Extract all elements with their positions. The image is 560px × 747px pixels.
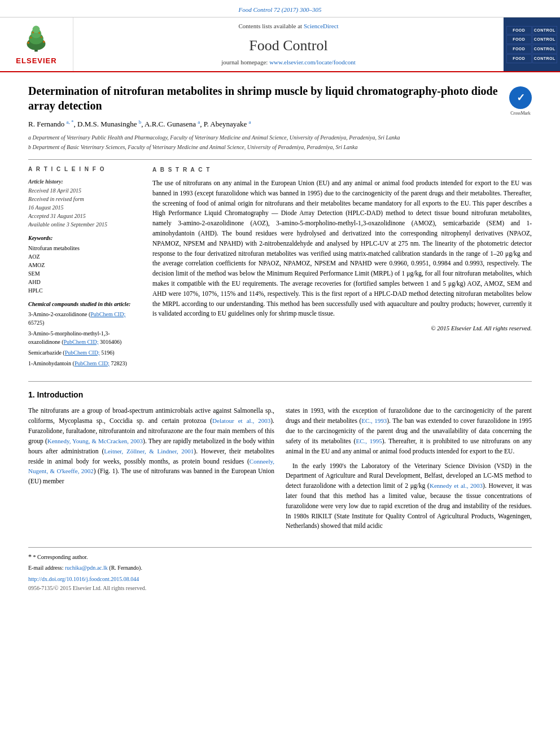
journal-title: Food Control — [249, 36, 327, 56]
pubchem-link-2[interactable]: PubChem CID; — [63, 339, 98, 345]
paper-title: Determination of nitrofuran metabolites … — [28, 84, 532, 113]
corresponding-author-note: * * Corresponding author. — [28, 552, 532, 562]
control-badge-area: FOOD CONTROL FOOD CONTROL FOOD CONTROL F… — [504, 18, 560, 71]
intro-col-1: The nitrofurans are a group of broad-spe… — [28, 406, 274, 536]
svg-point-9 — [33, 32, 34, 33]
svg-point-10 — [39, 32, 41, 34]
received-revised-date: 16 August 2015 — [28, 204, 141, 212]
keywords-title: Keywords: — [28, 234, 141, 242]
control-cell-4: CONTROL — [532, 35, 558, 44]
received-date: Received 18 April 2015 — [28, 187, 141, 195]
article-info-label: A R T I C L E I N F O — [28, 165, 141, 173]
homepage-line: journal homepage: www.elsevier.com/locat… — [221, 58, 356, 67]
doi-line: http://dx.doi.org/10.1016/j.foodcont.201… — [28, 575, 532, 583]
abstract-text: The use of nitrofurans on any animal in … — [152, 178, 532, 319]
crossmark-icon: ✓ — [509, 86, 532, 109]
keyword-4: SEM — [28, 269, 141, 278]
intro-body: The nitrofurans are a group of broad-spe… — [28, 406, 532, 536]
ref-kennedy2003[interactable]: Kennedy et al., 2003 — [430, 482, 483, 489]
section-number: 1. — [28, 390, 35, 399]
journal-title-area: Contents lists available at ScienceDirec… — [73, 18, 504, 71]
journal-ref-link[interactable]: Food Control 72 (2017) 300–305 — [239, 6, 322, 13]
article-history: Article history: Received 18 April 2015 … — [28, 178, 141, 229]
ref-ec1995[interactable]: EC., 1995 — [356, 438, 382, 444]
control-cell-8: CONTROL — [532, 54, 558, 63]
main-content: ✓ CrossMark Determination of nitrofuran … — [0, 72, 560, 604]
ref-leitner[interactable]: Leitner, Zöllner, & Lindner, 2001 — [104, 448, 194, 455]
keyword-2: AOZ — [28, 252, 141, 261]
chemical-1: 3-Amino-2-oxazolidinone (PubChem CID;657… — [28, 310, 141, 327]
elsevier-logo: ELSEVIER — [16, 23, 56, 66]
ref-ec1993[interactable]: EC., 1993 — [361, 417, 387, 424]
control-cell-2: CONTROL — [532, 26, 558, 35]
chemical-4: 1-Aminohydantoin (PubChem CID; 72823) — [28, 359, 141, 368]
control-cell-1: FOOD — [506, 26, 532, 35]
star-symbol: * — [28, 553, 32, 561]
ref-conneely[interactable]: Conneely, Nugent, & O'keeffe, 2002 — [28, 458, 274, 475]
email-note: E-mail address: ruchika@pdn.ac.lk (R. Fe… — [28, 564, 532, 572]
pubchem-link-3[interactable]: PubChem CID; — [65, 350, 100, 356]
page: Food Control 72 (2017) 300–305 — [0, 0, 560, 747]
control-cell-3: FOOD — [506, 35, 532, 44]
received-revised-label: Received in revised form — [28, 195, 141, 203]
elsevier-wordmark: ELSEVIER — [16, 56, 56, 66]
intro-para-2: states in 1993, with the exception of fu… — [286, 406, 532, 456]
affiliation-a: a Department of Veterinary Public Health… — [28, 133, 532, 142]
svg-point-4 — [33, 25, 40, 33]
journal-banner: ELSEVIER Contents lists available at Sci… — [0, 18, 560, 72]
accepted-date: Accepted 31 August 2015 — [28, 212, 141, 220]
intro-para-3: In the early 1990's the Laboratory of th… — [286, 461, 532, 532]
article-info-col: A R T I C L E I N F O Article history: R… — [28, 165, 141, 368]
chemical-2: 3-Amino-5-morpholino-methyl-1,3-oxazolid… — [28, 329, 141, 346]
control-cell-7: FOOD — [506, 54, 532, 63]
crossmark-badge[interactable]: ✓ CrossMark — [509, 86, 532, 116]
journal-ref-header: Food Control 72 (2017) 300–305 — [0, 0, 560, 18]
issn-line: 0956-7135/© 2015 Elsevier Ltd. All right… — [28, 584, 532, 592]
elsevier-logo-area: ELSEVIER — [0, 18, 73, 71]
section-title-text: Introduction — [37, 390, 84, 399]
control-grid: FOOD CONTROL FOOD CONTROL FOOD CONTROL F… — [506, 26, 557, 63]
chemical-compounds: Chemical compounds studied in this artic… — [28, 300, 141, 368]
section-header: 1. Introduction — [28, 390, 532, 401]
affiliations: a Department of Veterinary Public Health… — [28, 133, 532, 151]
available-online: Available online 3 September 2015 — [28, 221, 141, 229]
sciencedirect-link[interactable]: ScienceDirect — [304, 23, 339, 29]
keywords-section: Keywords: Nitrofuran metabolites AOZ AMO… — [28, 234, 141, 295]
pubchem-link-4[interactable]: PubChem CID; — [75, 360, 110, 366]
authors-line: R. Fernando a, *, D.M.S. Munasinghe b, A… — [28, 119, 532, 130]
crossmark-label: CrossMark — [509, 110, 532, 116]
article-info-abstract: A R T I C L E I N F O Article history: R… — [28, 165, 532, 368]
svg-point-6 — [43, 41, 45, 43]
control-cell-5: FOOD — [506, 45, 532, 54]
affiliation-b: b Department of Basic Veterinary Science… — [28, 143, 532, 151]
elsevier-tree-icon — [19, 23, 53, 54]
homepage-url[interactable]: www.elsevier.com/locate/foodcont — [269, 59, 356, 65]
svg-point-7 — [30, 37, 32, 38]
ref-delatour[interactable]: Delatour et al., 2003 — [212, 417, 270, 424]
chemical-title: Chemical compounds studied in this artic… — [28, 300, 141, 308]
intro-para-1: The nitrofurans are a group of broad-spe… — [28, 406, 274, 487]
abstract-label: A B S T R A C T — [152, 165, 532, 174]
svg-point-5 — [28, 42, 30, 44]
control-cell-6: CONTROL — [532, 45, 558, 54]
abstract-col: A B S T R A C T The use of nitrofurans o… — [152, 165, 532, 368]
ref-kennedy[interactable]: Kennedy, Young, & McCracken, 2003 — [47, 438, 143, 444]
svg-point-8 — [41, 36, 42, 38]
title-area: ✓ CrossMark Determination of nitrofuran … — [28, 84, 532, 113]
intro-col-2: states in 1993, with the exception of fu… — [286, 406, 532, 536]
keyword-3: AMOZ — [28, 261, 141, 269]
keyword-1: Nitrofuran metabolites — [28, 244, 141, 252]
introduction-section: 1. Introduction The nitrofurans are a gr… — [28, 381, 532, 536]
sciencedirect-text: Contents lists available at ScienceDirec… — [238, 22, 338, 30]
doi-link[interactable]: http://dx.doi.org/10.1016/j.foodcont.201… — [28, 576, 139, 582]
keyword-5: AHD — [28, 278, 141, 286]
email-link[interactable]: ruchika@pdn.ac.lk — [65, 565, 108, 571]
chemical-3: Semicarbazide (PubChem CID; 5196) — [28, 348, 141, 357]
copyright-line: © 2015 Elsevier Ltd. All rights reserved… — [152, 324, 532, 333]
page-footer: * * Corresponding author. E-mail address… — [28, 547, 532, 592]
keyword-6: HPLC — [28, 286, 141, 295]
svg-text:✓: ✓ — [517, 92, 525, 103]
divider-1 — [28, 159, 532, 160]
pubchem-link-1[interactable]: PubChem CID; — [90, 311, 125, 317]
history-title: Article history: — [28, 178, 141, 186]
